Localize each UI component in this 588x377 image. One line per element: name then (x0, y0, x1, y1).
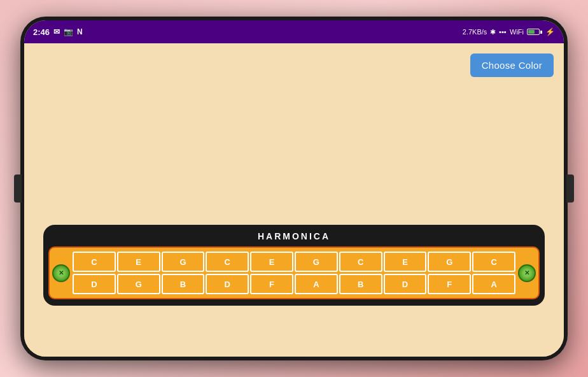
right-screw (518, 264, 536, 282)
key-d3[interactable]: D (384, 274, 427, 294)
key-c2[interactable]: C (206, 252, 249, 272)
key-a1[interactable]: A (295, 274, 338, 294)
key-b2[interactable]: B (339, 274, 382, 294)
status-bar: 2:46 ✉ 📷 N 2.7KB/s ✱ ▪▪▪ WiFi ⚡ (24, 20, 564, 43)
harmonica-keys: C E G C E G C E G C D (73, 252, 515, 294)
key-c1[interactable]: C (73, 252, 116, 272)
harmonica-body: C E G C E G C E G C D (48, 246, 540, 299)
key-b1[interactable]: B (162, 274, 205, 294)
harmonica-container: HARMONICA C E G C E G C E G (43, 225, 545, 306)
key-d1[interactable]: D (73, 274, 116, 294)
bottom-keys-row: D G B D F A B D F A (73, 274, 515, 294)
key-e3[interactable]: E (384, 252, 427, 272)
key-g2[interactable]: G (295, 252, 338, 272)
volume-button[interactable] (14, 174, 22, 203)
network-speed: 2.7KB/s (463, 28, 487, 36)
status-right: 2.7KB/s ✱ ▪▪▪ WiFi ⚡ (463, 27, 555, 36)
key-g4[interactable]: G (117, 274, 160, 294)
phone-screen: 2:46 ✉ 📷 N 2.7KB/s ✱ ▪▪▪ WiFi ⚡ (24, 20, 564, 357)
choose-color-button[interactable]: Choose Color (470, 53, 554, 77)
key-a2[interactable]: A (472, 274, 515, 294)
key-c3[interactable]: C (339, 252, 382, 272)
key-c4[interactable]: C (472, 252, 515, 272)
top-keys-row: C E G C E G C E G C (73, 252, 515, 272)
key-f1[interactable]: F (250, 274, 293, 294)
wifi-icon: WiFi (510, 28, 524, 36)
phone-device: 2:46 ✉ 📷 N 2.7KB/s ✱ ▪▪▪ WiFi ⚡ (20, 17, 568, 360)
charging-icon: ⚡ (545, 27, 555, 36)
bluetooth-icon: ✱ (490, 28, 496, 36)
harmonica-title: HARMONICA (48, 231, 540, 241)
left-screw (52, 264, 70, 282)
time-display: 2:46 (33, 27, 50, 37)
key-g1[interactable]: G (162, 252, 205, 272)
key-g3[interactable]: G (428, 252, 471, 272)
app-content: Choose Color HARMONICA C E G C E G (24, 43, 564, 357)
signal-icon: ▪▪▪ (499, 28, 507, 36)
key-e2[interactable]: E (250, 252, 293, 272)
instagram-icon: 📷 (64, 27, 73, 36)
battery-icon (527, 29, 542, 35)
key-e1[interactable]: E (117, 252, 160, 272)
notification-icon: N (77, 27, 83, 36)
key-d2[interactable]: D (206, 274, 249, 294)
power-button[interactable] (566, 174, 574, 203)
key-f2[interactable]: F (428, 274, 471, 294)
email-icon: ✉ (53, 27, 60, 36)
status-left: 2:46 ✉ 📷 N (33, 27, 83, 37)
